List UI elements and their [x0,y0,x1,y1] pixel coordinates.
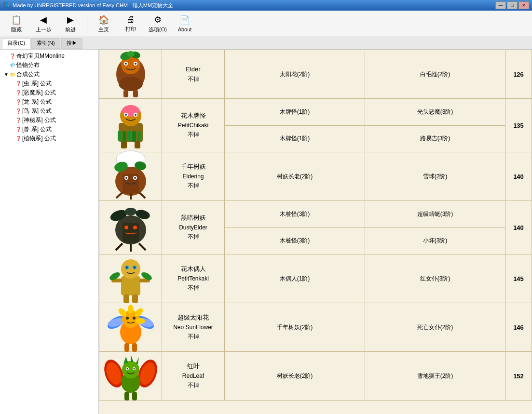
pet-name-cn: 超级太阳花 [164,313,222,323]
pet-number: 126 [505,50,532,99]
pet-name-cell: 千年树妖 Eldering 不掉 [162,152,225,201]
sidebar-item-pets[interactable]: 💎 怪物分布 [2,61,96,70]
ingredient-right: 光头恶魔(3阶) [365,99,505,126]
svg-rect-23 [127,131,131,141]
tab-toc[interactable]: 目录(C) [2,38,30,49]
secret-icon: ❓ [15,118,21,123]
pet-drop: 不掉 [164,232,222,241]
ingredient-right: 白毛怪(2阶) [365,50,505,99]
ingredient-left-alt: 木桩怪(3阶) [225,227,365,254]
ingredient-left: 木偶人(1阶) [225,254,365,303]
close-button[interactable]: ✕ [518,1,529,9]
svg-rect-10 [123,90,128,97]
pet-image-cell [99,152,162,201]
expander-bird [9,108,15,114]
svg-point-64 [126,317,129,320]
ingredient-left: 木桩怪(3阶) [225,201,365,228]
pet-name-cell: Elder 不掉 [162,50,225,99]
table-row: 黑暗树妖 DustyElder 不掉 木桩怪(3阶)超级蜻蜓(3阶)140 [99,201,532,228]
pet-name-en: DustyElder [164,223,222,232]
content-area[interactable]: Elder 不掉 太阳花(2阶)白毛怪(2阶)126 花木牌怪 PetitChi… [99,50,532,414]
maximize-button[interactable]: □ [507,1,518,9]
sidebar-item-bug[interactable]: ❓ [虫 系] 公式 [2,79,96,88]
toolbar-options-button[interactable]: ⚙ 选项(O) [145,12,170,35]
ingredient-right-alt: 小坏(3阶) [365,227,505,254]
svg-point-76 [126,368,128,370]
ingredient-left: 树妖长老(2阶) [225,152,365,201]
sidebar-item-plant[interactable]: ❓ [植物系] 公式 [2,134,96,143]
pet-name-cn: 花木偶人 [164,264,222,274]
toolbar-home-button[interactable]: 🏠 主页 [91,12,116,35]
svg-rect-20 [135,141,140,148]
qhbm-icon: ❓ [10,53,15,59]
pet-name-cell: 超级太阳花 Neo SunFlower 不掉 [162,303,225,352]
tab-bar: 目录(C) 索引(N) 搜▶ [0,37,532,50]
toolbar-forward-button[interactable]: ▶ 前进 [58,12,83,35]
title-bar: 📘 Made by UNREGISTERED version of Easy C… [0,0,532,11]
toolbar: 📋 隐藏 ◀ 上一步 ▶ 前进 🏠 主页 🖨 打印 ⚙ 选项(O) 📄 Abou… [0,11,532,37]
bird-icon: ❓ [15,108,21,114]
pet-number: 140 [505,201,532,254]
tab-search[interactable]: 搜▶ [61,38,82,49]
tab-index[interactable]: 索引(N) [31,38,60,49]
about-label: About [178,27,192,32]
expander-qhbm[interactable] [3,53,10,59]
ingredient-right: 死亡女仆(2阶) [365,303,505,352]
svg-point-17 [125,114,127,116]
beast-label: [兽 系] 公式 [22,125,52,134]
sidebar-item-bird[interactable]: ❓ [鸟 系] 公式 [2,107,96,116]
pet-name-cn: 花木牌怪 [164,111,222,121]
ingredient-left: 木牌怪(1阶) [225,99,365,126]
sidebar-item-demon[interactable]: ❓ [恶魔系] 公式 [2,88,96,97]
about-icon: 📄 [179,15,190,26]
table-row: 花木偶人 PetitTenkaki 不掉 木偶人(1阶)红女仆(3阶)145 [99,254,532,303]
expander-pets[interactable] [3,63,10,68]
expander-formula[interactable]: ▼ [3,72,10,77]
print-icon: 🖨 [126,14,135,25]
pet-name-cn: 黑暗树妖 [164,213,222,223]
sidebar-item-formula[interactable]: ▼ 📁 合成公式 [2,70,96,79]
minimize-button[interactable]: — [495,1,506,9]
sidebar-item-beast[interactable]: ❓ [兽 系] 公式 [2,125,96,134]
table-row: 超级太阳花 Neo SunFlower 不掉 千年树妖(2阶)死亡女仆(2阶)1… [99,303,532,352]
pet-name-cell: 红叶 RedLeaf 不掉 [162,352,225,401]
pet-image-cell [99,352,162,401]
svg-point-47 [134,267,136,268]
pet-name-cell: 花木偶人 PetitTenkaki 不掉 [162,254,225,303]
sidebar-item-qhbm[interactable]: ❓ 奇幻宝贝MMonline [2,52,96,61]
ingredient-left: 太阳花(2阶) [225,50,365,99]
svg-rect-79 [132,392,137,401]
ingredient-right: 超级蜻蜓(3阶) [365,201,505,228]
expander-bug [9,81,15,86]
svg-point-65 [133,317,136,320]
toolbar-back-button[interactable]: ◀ 上一步 [31,12,56,35]
toolbar-separator [87,14,87,33]
pets-label: 怪物分布 [16,61,40,69]
sidebar-item-secret[interactable]: ❓ [神秘系] 公式 [2,116,96,125]
pet-number: 152 [505,352,532,401]
svg-rect-24 [132,131,136,142]
toolbar-print-button[interactable]: 🖨 打印 [118,12,143,35]
svg-rect-21 [118,131,122,141]
secret-label: [神秘系] 公式 [22,116,56,124]
demon-icon: ❓ [15,90,21,95]
pet-image [102,99,160,152]
pet-name-cell: 黑暗树妖 DustyElder 不掉 [162,201,225,254]
pet-image [102,201,160,254]
expander-dragon [9,99,15,105]
sidebar-item-dragon[interactable]: ❓ [龙 系] 公式 [2,97,96,107]
options-icon: ⚙ [154,14,162,25]
expander-beast [9,127,15,132]
pet-image-cell [99,303,162,352]
svg-point-46 [126,267,128,268]
svg-point-5 [125,63,127,65]
plant-icon: ❓ [15,136,21,141]
toolbar-hide-button[interactable]: 📋 隐藏 [4,12,29,35]
pet-image [102,50,160,98]
toolbar-about-button[interactable]: 📄 About [172,12,197,35]
pet-image-cell [99,50,162,99]
forward-icon: ▶ [67,14,74,25]
home-icon: 🏠 [98,14,109,25]
hide-icon: 📋 [11,14,22,25]
ingredient-right: 雪地狮王(2阶) [365,352,505,401]
